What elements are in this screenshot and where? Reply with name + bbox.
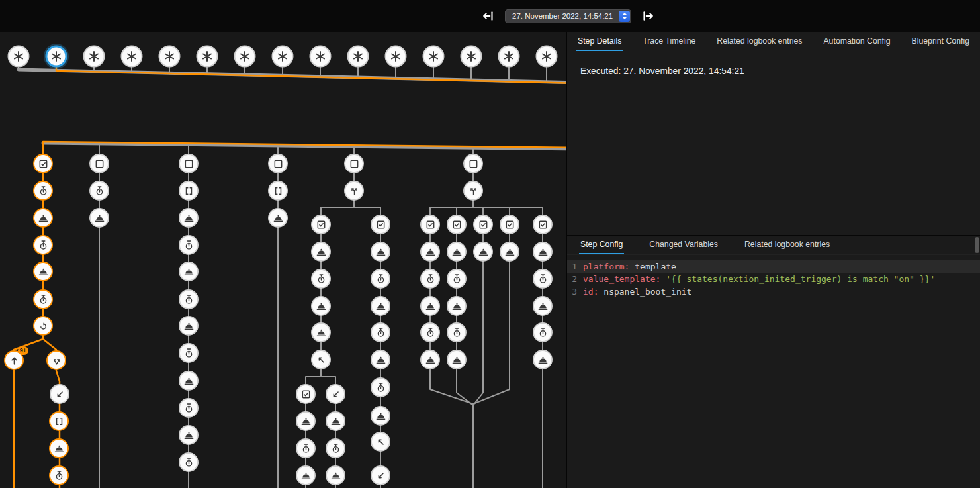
node-asterisk[interactable]	[121, 46, 143, 68]
node-service[interactable]	[326, 411, 345, 431]
tab-automation-config[interactable]: Automation Config	[822, 32, 891, 51]
code-editor[interactable]: 1platform: template2value_template: '{{ …	[567, 260, 980, 298]
next-trace-button[interactable]	[640, 8, 656, 24]
node-checkbox[interactable]	[533, 215, 553, 234]
node-asterisk[interactable]	[498, 46, 520, 68]
node-service[interactable]	[268, 208, 288, 228]
node-checkbox[interactable]	[420, 215, 440, 234]
node-service[interactable]	[179, 316, 199, 336]
node-brackets[interactable]	[49, 411, 69, 431]
node-service[interactable]	[447, 296, 467, 316]
node-service[interactable]	[89, 208, 109, 228]
node-branch[interactable]	[46, 350, 66, 370]
tab-related-logbook-entries[interactable]: Related logbook entries	[743, 236, 831, 254]
node-service[interactable]	[179, 208, 199, 228]
tab-blueprint-config[interactable]: Blueprint Config	[911, 32, 971, 51]
node-timer[interactable]	[371, 322, 390, 342]
node-checkbox[interactable]	[500, 215, 519, 234]
node-asterisk[interactable]	[536, 46, 558, 68]
node-brackets[interactable]	[268, 181, 288, 201]
node-timer[interactable]	[33, 235, 53, 255]
node-asterisk[interactable]	[423, 46, 445, 68]
node-timer[interactable]	[33, 181, 53, 201]
node-timer[interactable]	[179, 452, 199, 472]
node-timer[interactable]	[179, 343, 199, 363]
node-arrow-down-left[interactable]	[371, 465, 390, 485]
tab-step-details[interactable]: Step Details	[576, 32, 623, 51]
node-checkbox[interactable]	[33, 154, 53, 173]
node-choose[interactable]	[463, 181, 483, 201]
node-timer[interactable]	[179, 235, 199, 255]
node-timer[interactable]	[179, 289, 199, 309]
node-arrow-down-left[interactable]	[326, 384, 345, 404]
node-service[interactable]	[420, 350, 440, 369]
node-timer[interactable]	[533, 269, 553, 289]
node-service[interactable]	[533, 350, 553, 369]
node-asterisk[interactable]	[197, 46, 218, 68]
node-service[interactable]	[179, 425, 199, 445]
node-service[interactable]	[179, 371, 199, 391]
tab-changed-variables[interactable]: Changed Variables	[648, 236, 719, 254]
node-service[interactable]	[33, 208, 53, 228]
node-service[interactable]	[371, 242, 390, 262]
node-asterisk[interactable]	[83, 46, 105, 68]
node-asterisk[interactable]	[385, 46, 407, 68]
node-timer[interactable]	[89, 181, 109, 201]
node-timer[interactable]	[311, 269, 331, 289]
node-service[interactable]	[533, 242, 553, 262]
node-repeat[interactable]	[33, 316, 53, 336]
node-square[interactable]	[344, 154, 364, 173]
node-service[interactable]	[533, 296, 553, 316]
node-asterisk[interactable]	[234, 46, 256, 68]
node-asterisk[interactable]	[8, 46, 30, 68]
node-timer[interactable]	[371, 377, 390, 397]
node-brackets[interactable]	[179, 181, 199, 201]
node-checkbox[interactable]	[447, 215, 467, 234]
node-service[interactable]	[33, 262, 53, 281]
node-asterisk[interactable]	[46, 46, 67, 68]
node-asterisk[interactable]	[272, 46, 294, 68]
node-timer[interactable]	[33, 289, 53, 309]
node-timer[interactable]	[447, 322, 467, 342]
node-timer[interactable]	[49, 465, 69, 485]
node-service[interactable]	[179, 262, 199, 281]
trace-date-select[interactable]: 27. November 2022, 14:54:21	[505, 9, 631, 23]
node-asterisk[interactable]	[461, 46, 482, 68]
node-square[interactable]	[89, 154, 109, 173]
node-timer[interactable]	[296, 438, 316, 458]
tab-related-logbook-entries[interactable]: Related logbook entries	[715, 32, 803, 51]
node-square[interactable]	[268, 154, 288, 173]
node-arrow-up[interactable]: 9+	[4, 350, 24, 370]
node-asterisk[interactable]	[159, 46, 181, 68]
previous-trace-button[interactable]	[480, 8, 496, 24]
node-service[interactable]	[473, 242, 493, 262]
node-arrow-up-left[interactable]	[371, 432, 390, 452]
node-timer[interactable]	[326, 438, 345, 458]
node-service[interactable]	[371, 406, 390, 426]
node-service[interactable]	[371, 296, 390, 316]
node-service[interactable]	[447, 350, 467, 369]
scrollbar-thumb[interactable]	[975, 237, 979, 253]
node-asterisk[interactable]	[347, 46, 369, 68]
node-service[interactable]	[447, 242, 467, 262]
node-service[interactable]	[371, 350, 390, 369]
node-timer[interactable]	[533, 322, 553, 342]
node-service[interactable]	[311, 322, 331, 342]
node-service[interactable]	[311, 296, 331, 316]
tab-trace-timeline[interactable]: Trace Timeline	[641, 32, 697, 51]
node-service[interactable]	[420, 242, 440, 262]
node-timer[interactable]	[371, 269, 390, 289]
node-service[interactable]	[49, 438, 69, 458]
node-square[interactable]	[463, 154, 483, 173]
node-service[interactable]	[296, 465, 316, 485]
node-square[interactable]	[179, 154, 199, 173]
node-checkbox[interactable]	[371, 215, 390, 234]
node-service[interactable]	[420, 296, 440, 316]
node-asterisk[interactable]	[310, 46, 332, 68]
tab-step-config[interactable]: Step Config	[579, 236, 624, 254]
node-timer[interactable]	[447, 269, 467, 289]
node-timer[interactable]	[420, 322, 440, 342]
node-arrow-up-left[interactable]	[311, 350, 331, 369]
node-timer[interactable]	[420, 269, 440, 289]
node-timer[interactable]	[179, 398, 199, 418]
